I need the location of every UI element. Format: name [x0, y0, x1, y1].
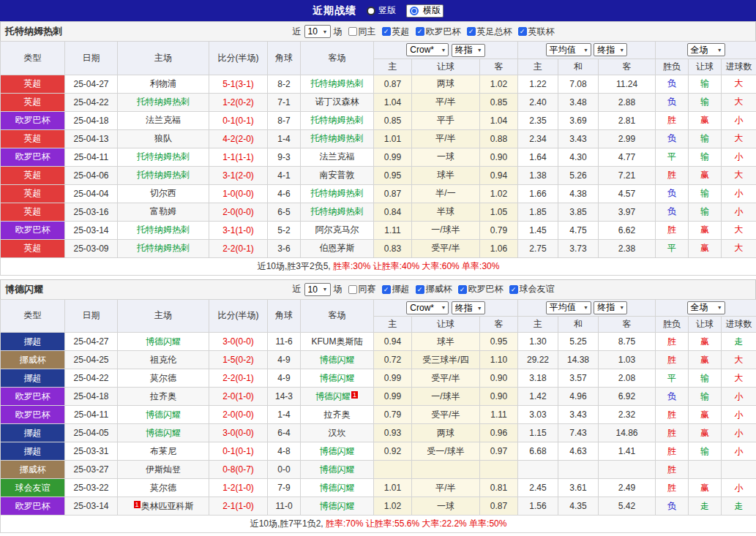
away-team-link[interactable]: 博德闪耀 — [320, 501, 355, 511]
away-team-link[interactable]: 博德闪耀 — [320, 464, 355, 475]
horizontal-layout-radio[interactable]: 横版 — [406, 4, 444, 18]
handicap-line: 受平/半 — [412, 369, 480, 388]
away-team-link[interactable]: 拉齐奥 — [324, 409, 351, 420]
away-team-link[interactable]: 博德闪耀 — [320, 373, 355, 383]
odds-source-select[interactable]: Crow*▼ — [406, 43, 449, 56]
home-team-link[interactable]: 利物浦 — [150, 78, 176, 88]
away-team-link[interactable]: 托特纳姆热刺 — [311, 188, 364, 198]
match-date: 25-03-09 — [65, 239, 118, 257]
away-team-link[interactable]: 托特纳姆热刺 — [311, 115, 364, 125]
home-team-link[interactable]: 托特纳姆热刺 — [137, 170, 190, 180]
home-team-link[interactable]: 狼队 — [154, 133, 172, 143]
final-odds-select[interactable]: 终指▼ — [452, 44, 485, 57]
home-team-link[interactable]: 博德闪耀 — [146, 409, 181, 420]
home-team-link[interactable]: 切尔西 — [150, 188, 176, 198]
home-team-link[interactable]: 布莱尼 — [150, 446, 176, 456]
avg-away-odds: 2.49 — [599, 479, 656, 497]
average-odds-select[interactable]: 平均值▼ — [546, 301, 591, 314]
home-team-link[interactable]: 托特纳姆热刺 — [137, 97, 190, 107]
handicap-away-odds: 0.81 — [480, 479, 518, 497]
final-odds-select[interactable]: 终指▼ — [594, 43, 627, 56]
avg-away-odds: 8.75 — [599, 333, 656, 351]
handicap-line: 半球 — [412, 203, 480, 221]
match-row: 球会友谊25-03-22莫尔德1-2(1-0)7-9博德闪耀1.01平/半0.8… — [1, 479, 756, 497]
home-team-link[interactable]: 伊斯灿登 — [146, 464, 181, 475]
away-team-link[interactable]: 博德闪耀 — [320, 446, 355, 456]
away-team-link[interactable]: 伯恩茅斯 — [320, 243, 355, 253]
home-team-link[interactable]: 博德闪耀 — [146, 336, 181, 347]
league-filter-checkbox[interactable]: ✓挪威杯 — [416, 283, 452, 295]
result-goals: 小 — [722, 406, 756, 424]
same-condition-checkbox[interactable]: 同主 — [348, 26, 376, 38]
same-condition-checkbox[interactable]: 同赛 — [348, 283, 376, 295]
team-section-bodo: 博德闪耀 近 10▼ 场 同赛 ✓挪超 ✓挪威杯 ✓欧罗巴杯 ✓球会友谊 — [0, 279, 756, 534]
league-filter-checkbox[interactable]: ✓英联杯 — [518, 26, 555, 38]
away-team-link[interactable]: 托特纳姆热刺 — [311, 133, 364, 143]
result-wdl: 负 — [656, 388, 689, 406]
league-filter-checkbox[interactable]: ✓欧罗巴杯 — [458, 283, 504, 295]
odds-source-select[interactable]: Crow*▼ — [406, 301, 449, 314]
league-badge: 英超 — [1, 166, 65, 184]
league-badge: 挪超 — [1, 333, 65, 351]
final-odds-select[interactable]: 终指▼ — [452, 301, 485, 314]
away-team-link[interactable]: 阿尔克马尔 — [315, 224, 359, 235]
vertical-layout-radio[interactable]: 竖版 — [367, 4, 396, 17]
avg-home-odds: 2.40 — [518, 93, 558, 111]
home-team-link[interactable]: 托特纳姆热刺 — [137, 243, 190, 253]
handicap-away-odds: 0.90 — [480, 369, 518, 388]
corners-cell: 6-5 — [268, 203, 301, 221]
away-team-cell: 托特纳姆热刺 — [301, 111, 374, 129]
league-filter-checkbox[interactable]: ✓英超 — [382, 26, 410, 38]
team-section-tottenham: 托特纳姆热刺 近 10▼ 场 同主 ✓英超 ✓欧罗巴杯 ✓英足总杯 ✓英联杯 — [0, 21, 756, 276]
full-match-select[interactable]: 全场▼ — [687, 301, 725, 314]
away-team-link[interactable]: 南安普敦 — [320, 170, 355, 180]
home-team-link[interactable]: 莫尔德 — [150, 483, 176, 493]
away-team-link[interactable]: 法兰克福 — [320, 151, 355, 162]
home-team-link[interactable]: 拉齐奥 — [150, 391, 176, 401]
home-team-link[interactable]: 博德闪耀 — [146, 428, 181, 438]
corners-cell: 7-1 — [268, 93, 301, 111]
home-team-link[interactable]: 托特纳姆热刺 — [137, 224, 190, 235]
home-team-link[interactable]: 莫尔德 — [150, 373, 176, 383]
home-team-cell: 1奥林匹亚科斯 — [118, 497, 209, 516]
result-handicap: 输 — [689, 203, 722, 221]
home-team-link[interactable]: 富勒姆 — [150, 206, 176, 216]
league-badge: 欧罗巴杯 — [1, 111, 65, 129]
full-match-select[interactable]: 全场▼ — [687, 43, 725, 56]
result-wdl: 胜 — [656, 442, 689, 461]
average-odds-select[interactable]: 平均值▼ — [546, 43, 591, 56]
match-date: 25-04-27 — [65, 75, 118, 93]
away-team-link[interactable]: 博德闪耀 — [315, 391, 351, 401]
away-team-link[interactable]: 诺丁汉森林 — [315, 97, 359, 107]
result-goals: 走 — [722, 333, 756, 351]
avg-home-odds: 6.68 — [518, 442, 558, 461]
home-team-link[interactable]: 法兰克福 — [146, 115, 181, 125]
handicap-away-odds: 0.94 — [480, 166, 518, 184]
home-team-link[interactable]: 奥林匹亚科斯 — [141, 501, 194, 511]
home-team-link[interactable]: 托特纳姆热刺 — [137, 151, 190, 162]
recent-count-select[interactable]: 10▼ — [304, 283, 331, 296]
away-team-link[interactable]: 博德闪耀 — [320, 483, 355, 493]
match-row: 欧罗巴杯25-04-18拉齐奥2-0(1-0)14-3博德闪耀10.99一/球半… — [1, 388, 756, 406]
away-team-link[interactable]: 托特纳姆热刺 — [311, 206, 364, 216]
match-row: 英超25-04-13狼队4-2(2-0)1-4托特纳姆热刺1.01平/半0.88… — [1, 129, 756, 148]
final-odds-select[interactable]: 终指▼ — [594, 301, 627, 314]
away-team-link[interactable]: KFUM奥斯陆 — [312, 336, 363, 347]
summary-row: 近10场,胜3平2负5, 胜率:30% 让胜率:40% 大率:60% 单率:30… — [1, 257, 756, 275]
league-filter-checkbox[interactable]: ✓挪超 — [382, 283, 410, 295]
home-team-link[interactable]: 祖克伦 — [150, 355, 176, 365]
away-team-link[interactable]: 博德闪耀 — [320, 355, 355, 365]
away-team-link[interactable]: 汉坎 — [329, 428, 346, 438]
league-filter-checkbox[interactable]: ✓球会友谊 — [509, 283, 555, 295]
handicap-line: 受一/球半 — [412, 442, 480, 461]
recent-count-select[interactable]: 10▼ — [304, 25, 331, 38]
match-date: 25-04-22 — [65, 93, 118, 111]
league-badge: 欧罗巴杯 — [1, 406, 65, 424]
away-team-cell: 法兰克福 — [301, 148, 374, 166]
away-team-link[interactable]: 托特纳姆热刺 — [311, 78, 364, 88]
league-filter-checkbox[interactable]: ✓欧罗巴杯 — [416, 26, 461, 38]
match-date: 25-03-31 — [65, 442, 118, 461]
handicap-away-odds — [480, 461, 518, 479]
away-team-cell: 博德闪耀 — [301, 461, 374, 479]
league-filter-checkbox[interactable]: ✓英足总杯 — [467, 26, 512, 38]
